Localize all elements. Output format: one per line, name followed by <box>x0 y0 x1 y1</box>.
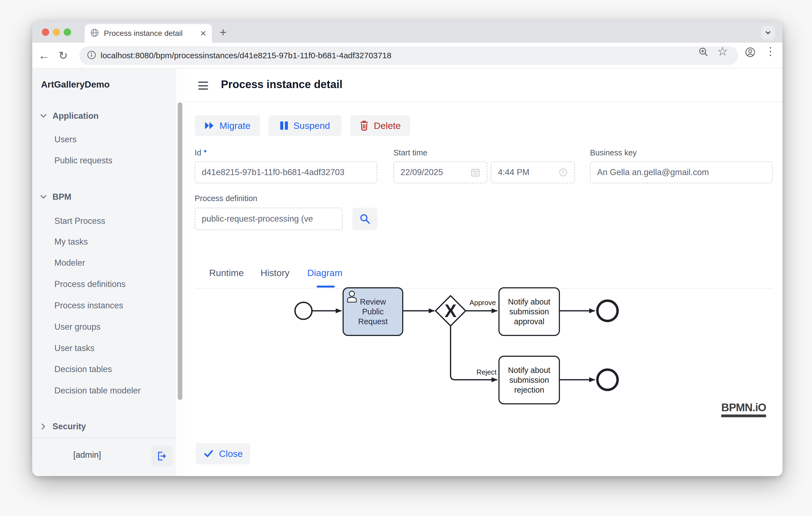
end-event-approval[interactable] <box>598 301 618 321</box>
migrate-label: Migrate <box>220 120 251 131</box>
calendar-icon <box>471 168 480 177</box>
close-button[interactable]: Close <box>196 443 250 464</box>
zoom-window-button[interactable] <box>64 28 71 36</box>
date-value: 22/09/2025 <box>401 167 443 177</box>
clock-icon <box>558 168 568 177</box>
fast-forward-icon <box>204 121 214 130</box>
user-task-person-icon <box>346 290 358 305</box>
sidebar-item-public-requests[interactable]: Public requests <box>54 156 112 165</box>
section-label: Security <box>53 422 86 431</box>
sidebar-scrollbar-thumb[interactable] <box>178 102 182 400</box>
business-key-field[interactable]: An Gella an.gella@gmail.com <box>590 161 773 183</box>
task-label: Notify about submission rejection <box>504 365 554 395</box>
start-event[interactable] <box>295 302 312 319</box>
bpmn-diagram-canvas[interactable]: X <box>185 267 782 453</box>
required-dot <box>204 150 206 153</box>
bpmn-io-logo: BPMN.iO <box>721 401 766 417</box>
sidebar-item-process-instances[interactable]: Process instances <box>54 301 123 310</box>
sidebar-item-decision-tables[interactable]: Decision tables <box>54 364 112 374</box>
flow-label-reject: Reject <box>471 368 502 377</box>
chevron-down-icon <box>40 193 47 200</box>
sidebar-section-bpm[interactable]: BPM <box>32 191 176 203</box>
back-button[interactable]: ← <box>37 43 51 69</box>
sidebar-item-decision-table-modeler[interactable]: Decision table modeler <box>54 386 141 396</box>
process-definition-value: public-request-processing (ve <box>202 214 313 224</box>
delete-button[interactable]: Delete <box>350 115 410 136</box>
start-time-field[interactable]: 4:44 PM <box>491 161 575 183</box>
sidebar-item-user-tasks[interactable]: User tasks <box>54 343 94 353</box>
reload-button[interactable]: ↻ <box>56 43 70 69</box>
sidebar-section-security[interactable]: Security <box>32 420 176 433</box>
menu-toggle-button[interactable] <box>198 82 208 90</box>
main-panel: Process instance detail Migrate Suspend <box>185 69 782 476</box>
sidebar-scrollbar[interactable] <box>176 69 185 476</box>
check-icon <box>203 448 214 459</box>
url-text: localhost:8080/bpm/processinstances/d41e… <box>100 51 392 60</box>
close-window-button[interactable] <box>42 28 49 36</box>
desktop-background: Process instance detail ✕ + ← ↻ localhos… <box>0 0 812 516</box>
site-info-icon[interactable] <box>86 50 97 61</box>
zoom-icon[interactable] <box>698 47 709 57</box>
tab-close-icon[interactable]: ✕ <box>200 29 206 38</box>
section-label: Application <box>53 111 99 121</box>
profile-icon[interactable] <box>745 47 755 57</box>
bpmn-flow-svg: X <box>185 267 782 453</box>
user-task-review-public-request[interactable]: Review Public Request <box>343 287 403 336</box>
sidebar-item-users[interactable]: Users <box>54 135 77 144</box>
sidebar-item-user-groups[interactable]: User groups <box>54 322 100 332</box>
close-label: Close <box>219 449 243 459</box>
chevron-down-icon <box>764 29 772 36</box>
flow-label-approve: Approve <box>467 298 498 307</box>
end-event-rejection[interactable] <box>598 370 618 390</box>
pause-icon <box>280 121 288 130</box>
migrate-button[interactable]: Migrate <box>195 115 260 136</box>
section-label: BPM <box>53 192 71 202</box>
business-key-value: An Gella an.gella@gmail.com <box>597 167 709 177</box>
browser-tabstrip: Process instance detail ✕ + <box>32 21 782 43</box>
trash-icon <box>359 120 369 131</box>
sidebar-footer-divider <box>32 437 185 438</box>
favicon-globe-icon <box>90 28 99 38</box>
suspend-label: Suspend <box>293 120 330 131</box>
chevron-down-icon <box>40 112 47 119</box>
browser-tab[interactable]: Process instance detail ✕ <box>85 24 212 43</box>
process-definition-search-button[interactable] <box>352 208 377 230</box>
sidebar-item-modeler[interactable]: Modeler <box>54 258 85 268</box>
id-label: Id <box>195 148 206 157</box>
browser-window: Process instance detail ✕ + ← ↻ localhos… <box>32 21 782 476</box>
minimize-window-button[interactable] <box>53 28 60 36</box>
logout-icon <box>156 450 168 462</box>
search-icon <box>359 213 371 225</box>
logged-in-user: [admin] <box>73 450 101 460</box>
address-bar[interactable]: localhost:8080/bpm/processinstances/d41e… <box>79 46 738 65</box>
tab-search-chevron-button[interactable] <box>761 25 775 40</box>
id-field[interactable]: d41e8215-97b1-11f0-b681-4adf32703 <box>195 161 377 183</box>
sidebar-item-start-process[interactable]: Start Process <box>54 216 105 226</box>
task-notify-approval[interactable]: Notify about submission approval <box>498 287 560 336</box>
sidebar-section-application[interactable]: Application <box>32 110 176 122</box>
start-date-field[interactable]: 22/09/2025 <box>394 161 487 183</box>
task-label: Notify about submission approval <box>504 297 554 327</box>
bookmark-star-icon[interactable]: ☆ <box>717 44 728 55</box>
process-definition-label: Process definition <box>195 194 257 203</box>
start-time-label: Start time <box>394 148 427 157</box>
tab-title: Process instance detail <box>104 29 200 38</box>
delete-label: Delete <box>374 120 401 131</box>
suspend-button[interactable]: Suspend <box>268 115 342 136</box>
logout-button[interactable] <box>151 446 172 466</box>
sidebar-item-my-tasks[interactable]: My tasks <box>54 237 88 247</box>
browser-menu-icon[interactable]: ⋮ <box>765 45 776 56</box>
app-title: ArtGalleryDemo <box>41 79 110 90</box>
process-definition-field[interactable]: public-request-processing (ve <box>195 208 343 230</box>
sidebar-item-process-definitions[interactable]: Process definitions <box>54 279 125 289</box>
page-title: Process instance detail <box>221 78 343 90</box>
page-content: ArtGalleryDemo Application Users Public … <box>32 69 782 476</box>
chevron-right-icon <box>40 423 47 430</box>
business-key-label: Business key <box>590 148 637 157</box>
gateway-x-symbol: X <box>444 301 457 321</box>
header-divider <box>185 102 782 102</box>
new-tab-button[interactable]: + <box>217 26 229 38</box>
time-value: 4:44 PM <box>498 167 529 177</box>
sidebar: ArtGalleryDemo Application Users Public … <box>32 69 176 476</box>
task-notify-rejection[interactable]: Notify about submission rejection <box>498 356 560 404</box>
